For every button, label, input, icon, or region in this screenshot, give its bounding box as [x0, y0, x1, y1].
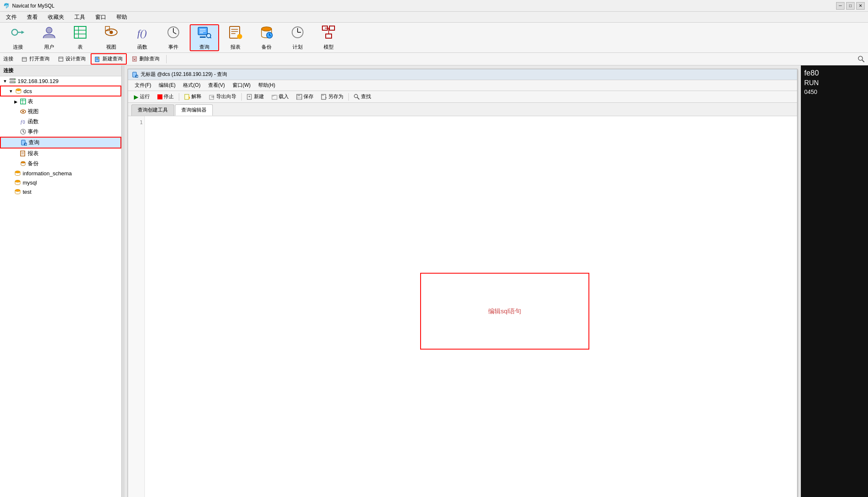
find-btn[interactable]: 查找: [351, 92, 374, 101]
toolbar-report-label: 报表: [230, 44, 241, 51]
maximize-button[interactable]: □: [846, 2, 855, 10]
tree-views[interactable]: 视图: [0, 107, 121, 117]
svg-rect-90: [298, 94, 300, 96]
svg-rect-16: [200, 36, 206, 38]
new-label: 新建: [254, 93, 264, 100]
save-btn[interactable]: 保存: [294, 92, 316, 101]
svg-point-56: [14, 82, 15, 83]
export-btn[interactable]: 导出向导: [207, 92, 239, 101]
qw-file[interactable]: 文件(F): [131, 81, 154, 90]
svg-point-51: [858, 56, 863, 60]
qw-help[interactable]: 帮助(H): [255, 81, 279, 90]
tree-funcs[interactable]: f0 函数: [0, 117, 121, 127]
dcs-label: dcs: [24, 88, 32, 94]
qw-window[interactable]: 窗口(W): [229, 81, 254, 90]
load-icon: [272, 94, 277, 100]
view-icon: [104, 25, 119, 42]
delete-query-btn[interactable]: 删除查询: [128, 54, 163, 64]
tree-dcs[interactable]: ▼ dcs: [0, 86, 121, 96]
open-query-btn[interactable]: 打开查询: [18, 54, 53, 64]
qw-view[interactable]: 查看(V): [205, 81, 228, 90]
menu-file[interactable]: 文件: [2, 13, 21, 22]
reports-label: 报表: [28, 150, 39, 157]
svg-point-26: [237, 34, 242, 39]
plan-icon: [290, 25, 305, 42]
toolbar-backup-label: 备份: [261, 44, 272, 51]
expand-arrow-dcs: ▼: [8, 89, 13, 94]
sidebar: 连接 ▼ 192.168.190.129 ▼ dcs ▶ 表 视图 f0 函数: [0, 65, 122, 497]
views-icon: [20, 109, 26, 114]
backups-label: 备份: [28, 160, 39, 167]
tree-info-schema[interactable]: information_schema: [0, 169, 121, 178]
tree-events[interactable]: 事件: [0, 127, 121, 137]
svg-point-95: [354, 94, 358, 98]
sql-editor-input[interactable]: [145, 116, 797, 497]
svg-line-96: [357, 97, 359, 99]
search-icon[interactable]: [858, 56, 865, 62]
svg-rect-35: [329, 26, 335, 30]
qw-sep1: [179, 93, 179, 101]
tree-test[interactable]: test: [0, 187, 121, 196]
toolbar-event[interactable]: 事件: [159, 24, 188, 51]
queries-label: 查询: [29, 139, 39, 146]
explain-btn[interactable]: 解释: [182, 92, 204, 101]
toolbar-connect[interactable]: 连接: [3, 24, 33, 51]
svg-point-3: [46, 27, 52, 33]
new-btn[interactable]: 新建: [244, 92, 267, 101]
tree-tables[interactable]: ▶ 表: [0, 96, 121, 107]
tree-backups[interactable]: 备份: [0, 159, 121, 169]
svg-line-70: [26, 145, 27, 146]
tab-editor[interactable]: 查询编辑器: [175, 104, 213, 116]
minimize-button[interactable]: ─: [836, 2, 844, 10]
svg-rect-36: [326, 34, 332, 38]
saveas-btn[interactable]: 另存为: [319, 92, 346, 101]
query-action-toolbar: 连接 打开查询 设计查询 新建查询 删除查询: [0, 53, 868, 65]
tree-mysql[interactable]: mysql: [0, 178, 121, 187]
svg-rect-71: [21, 151, 25, 156]
svg-text:0: 0: [23, 120, 25, 125]
svg-point-74: [21, 161, 25, 163]
qw-edit[interactable]: 编辑(E): [155, 81, 179, 90]
saveas-label: 另存为: [328, 93, 343, 100]
tab-builder[interactable]: 查询创建工具: [131, 104, 174, 116]
toolbar-report[interactable]: 报表: [221, 24, 250, 51]
design-query-btn[interactable]: 设计查询: [55, 54, 89, 64]
query-icon: [197, 25, 212, 42]
menu-tools[interactable]: 工具: [70, 13, 89, 22]
menu-help[interactable]: 帮助: [112, 13, 131, 22]
toolbar-backup[interactable]: 备份: [252, 24, 281, 51]
tree-reports[interactable]: 报表: [0, 148, 121, 159]
qw-format[interactable]: 格式(O): [180, 81, 204, 90]
svg-point-0: [12, 29, 18, 35]
new-query-btn[interactable]: 新建查询: [91, 53, 127, 65]
toolbar-model[interactable]: 模型: [314, 24, 343, 51]
menu-view[interactable]: 查看: [23, 13, 42, 22]
stop-label: 停止: [164, 93, 174, 100]
editor-content[interactable]: 编辑sql语句: [145, 116, 797, 497]
title-bar: 🐬 Navicat for MySQL ─ □ ✕: [0, 0, 868, 12]
menu-window[interactable]: 窗口: [91, 13, 110, 22]
load-btn[interactable]: 载入: [269, 92, 291, 101]
tree-server[interactable]: ▼ 192.168.190.129: [0, 76, 121, 86]
server-icon: [9, 78, 16, 84]
toolbar-func[interactable]: f() 函数: [128, 24, 157, 51]
toolbar-table[interactable]: 表: [65, 24, 95, 51]
user-icon: [42, 25, 57, 42]
stop-btn[interactable]: 停止: [155, 92, 176, 101]
new-icon: [247, 94, 253, 100]
tree-queries[interactable]: 查询: [0, 137, 121, 148]
query-window-title-text: 无标题 @dcs (192.168.190.129) - 查询: [141, 71, 227, 78]
toolbar-query-label: 查询: [199, 44, 209, 51]
query-window: 无标题 @dcs (192.168.190.129) - 查询 文件(F) 编辑…: [128, 69, 797, 497]
menu-favorites[interactable]: 收藏夹: [44, 13, 68, 22]
toolbar-user[interactable]: 用户: [34, 24, 64, 51]
server-label: 192.168.190.129: [18, 78, 59, 84]
close-button[interactable]: ✕: [856, 2, 865, 10]
tables-icon: [20, 99, 26, 104]
reports-icon: [20, 151, 26, 156]
run-btn[interactable]: ▶ 运行: [131, 92, 152, 101]
toolbar-view[interactable]: 视图: [97, 24, 126, 51]
toolbar-query[interactable]: 查询: [190, 24, 219, 51]
toolbar-plan[interactable]: 计划: [283, 24, 312, 51]
query-window-title: 无标题 @dcs (192.168.190.129) - 查询: [128, 69, 797, 80]
